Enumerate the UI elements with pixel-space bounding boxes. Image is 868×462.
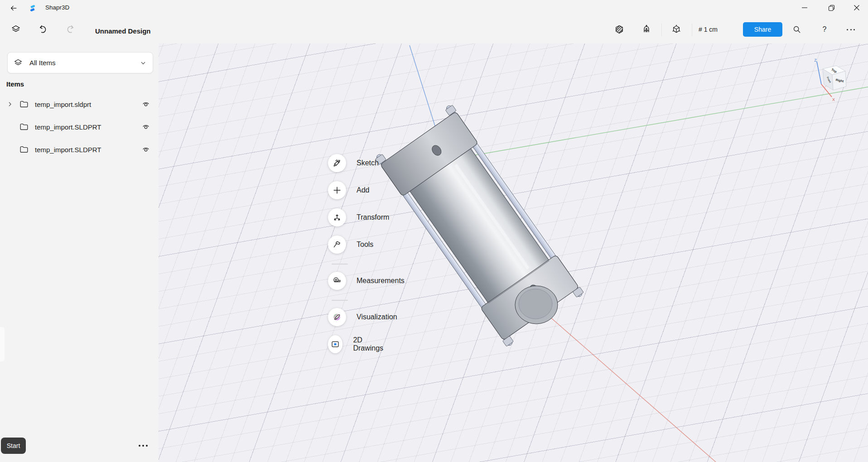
item-row-1[interactable]: temp_import.sldprt xyxy=(0,95,159,114)
restore-button[interactable] xyxy=(821,0,842,15)
design-title[interactable]: Unnamed Design xyxy=(95,27,151,35)
minimize-button[interactable] xyxy=(794,0,815,15)
visualization-brush-icon xyxy=(328,308,346,326)
section-view-button[interactable] xyxy=(612,22,627,37)
toolbar-divider xyxy=(661,24,662,36)
tool-sketch-label: Sketch xyxy=(357,159,379,167)
more-icon xyxy=(847,29,855,30)
item-name: temp_import.SLDPRT xyxy=(35,123,101,131)
magnet-icon xyxy=(641,24,652,35)
item-row-3[interactable]: temp_import.SLDPRT xyxy=(0,140,159,159)
item-name: temp_import.sldprt xyxy=(35,101,91,108)
redo-button[interactable] xyxy=(63,22,78,37)
search-icon xyxy=(792,24,802,34)
share-button[interactable]: Share xyxy=(743,22,782,37)
plus-icon xyxy=(328,181,346,199)
toolbar-divider xyxy=(692,24,692,36)
folder-icon xyxy=(19,122,29,132)
tool-add[interactable]: Add xyxy=(328,181,369,199)
more-options-button[interactable] xyxy=(843,22,858,37)
folder-icon xyxy=(19,144,29,154)
expand-chevron-icon[interactable] xyxy=(5,101,14,107)
restore-icon xyxy=(828,4,835,12)
snapping-button[interactable] xyxy=(639,22,654,37)
tool-measurements-label: Measurements xyxy=(357,277,405,285)
item-filter-dropdown[interactable]: All Items xyxy=(7,52,153,73)
close-button[interactable] xyxy=(846,0,867,15)
start-button[interactable]: Start xyxy=(1,438,26,454)
tool-add-label: Add xyxy=(357,186,369,194)
visibility-toggle[interactable] xyxy=(141,99,151,109)
tool-measurements[interactable]: Measurements xyxy=(328,272,405,290)
layers-icon xyxy=(10,24,21,35)
item-row-2[interactable]: temp_import.SLDPRT xyxy=(0,117,159,136)
viewcube-z-label: Z xyxy=(814,58,817,63)
sketch-pen-icon xyxy=(328,154,346,172)
tool-sketch[interactable]: Sketch xyxy=(328,154,379,172)
shapr3d-logo xyxy=(28,3,38,13)
transform-arrows-icon xyxy=(328,208,346,226)
viewport-grid xyxy=(159,43,868,462)
chevron-down-icon xyxy=(139,59,147,67)
grid-size-label: # 1 cm xyxy=(699,26,718,33)
tool-2d-drawings-label: 2D Drawings xyxy=(353,336,386,352)
view-orientation-button[interactable] xyxy=(669,22,684,37)
viewport-canvas[interactable]: Z X Top Front Right Sketch Add xyxy=(159,43,868,462)
window-title: Shapr3D xyxy=(45,4,69,11)
items-sidebar: All Items Items temp_import.sldprt temp_… xyxy=(0,43,159,462)
undo-icon xyxy=(38,24,48,35)
viewcube-x-label: X xyxy=(832,97,835,102)
filter-label: All Items xyxy=(29,59,56,67)
close-icon xyxy=(853,4,860,11)
help-button[interactable]: ? xyxy=(817,22,832,37)
tool-tools[interactable]: Tools xyxy=(328,236,373,254)
visibility-toggle[interactable] xyxy=(141,144,151,154)
hatched-cube-icon xyxy=(614,24,625,35)
visibility-toggle[interactable] xyxy=(141,122,151,132)
tool-menu-divider xyxy=(332,264,348,265)
items-section-title: Items xyxy=(6,80,24,88)
blueprint-icon xyxy=(328,335,342,353)
tool-menu-divider xyxy=(332,300,348,301)
back-icon xyxy=(9,4,18,13)
sidebar-scrollbar[interactable] xyxy=(0,327,5,361)
tool-transform-label: Transform xyxy=(357,213,389,221)
back-button[interactable] xyxy=(6,1,21,15)
tool-tools-label: Tools xyxy=(357,241,373,249)
hammer-icon xyxy=(328,236,346,254)
layers-icon xyxy=(13,58,23,68)
minimize-icon xyxy=(801,4,808,11)
tool-visualization[interactable]: Visualization xyxy=(328,308,397,326)
title-bar: Shapr3D xyxy=(0,0,868,16)
measuring-tape-icon xyxy=(328,272,346,290)
search-button[interactable] xyxy=(789,22,805,37)
undo-button[interactable] xyxy=(35,22,51,37)
item-name: temp_import.SLDPRT xyxy=(35,146,101,154)
view-cube-icon xyxy=(671,24,682,35)
help-icon: ? xyxy=(823,25,827,34)
redo-icon xyxy=(65,24,76,35)
tool-transform[interactable]: Transform xyxy=(328,208,389,226)
main-toolbar: Unnamed Design # 1 cm Share ? xyxy=(0,16,868,43)
sidebar-more-button[interactable] xyxy=(139,445,148,447)
tool-visualization-label: Visualization xyxy=(357,313,397,321)
grid-size-button[interactable]: # 1 cm xyxy=(695,22,721,37)
tool-2d-drawings[interactable]: 2D Drawings xyxy=(328,335,387,353)
items-panel-toggle[interactable] xyxy=(8,22,24,37)
folder-icon xyxy=(19,99,29,109)
